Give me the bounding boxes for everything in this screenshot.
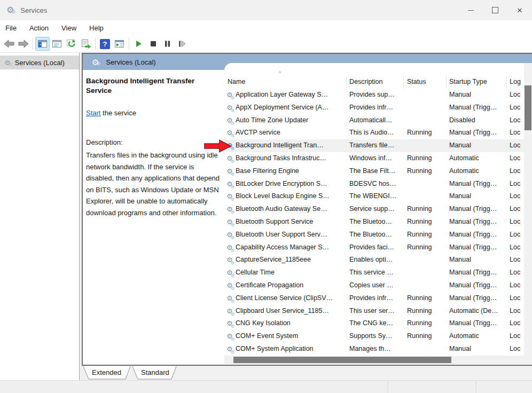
- cell-name: Cellular Time: [236, 266, 345, 279]
- cell-log-on-as: Loc: [510, 139, 524, 152]
- cell-status: Running: [407, 216, 447, 229]
- services-app-icon: ⚙: [6, 6, 14, 14]
- cell-startup-type: Manual: [449, 139, 507, 152]
- cell-log-on-as: Loc: [510, 254, 524, 266]
- column-header-log-on-as[interactable]: Log: [510, 76, 524, 88]
- service-gear-icon: ⚙: [226, 89, 233, 101]
- table-row[interactable]: ⚙ Certificate Propagation Copies user … …: [224, 279, 524, 292]
- table-row[interactable]: ⚙ Bluetooth Support Service The Bluetoo……: [224, 216, 524, 229]
- column-header-status[interactable]: Status: [407, 76, 444, 88]
- service-gear-icon: ⚙: [226, 279, 233, 292]
- column-divider[interactable]: [506, 76, 507, 89]
- resume-service-button[interactable]: [175, 37, 189, 51]
- tab-extended[interactable]: Extended: [92, 368, 121, 376]
- column-divider[interactable]: [403, 76, 404, 89]
- start-service-button[interactable]: [131, 37, 146, 51]
- table-row[interactable]: ⚙ AppX Deployment Service (A… Provides i…: [224, 101, 524, 114]
- annotation-arrow-icon: [204, 139, 232, 153]
- minimize-button[interactable]: [458, 0, 483, 20]
- menu-action[interactable]: Action: [23, 20, 55, 35]
- show-console-tree-button[interactable]: [35, 37, 50, 51]
- help-button[interactable]: [98, 37, 112, 51]
- table-row[interactable]: ⚙ COM+ Event System Supports Sy… Running…: [224, 330, 524, 343]
- service-gear-icon: ⚙: [226, 178, 233, 191]
- cell-description: Provides faci…: [349, 241, 403, 254]
- table-row[interactable]: ⚙ Background Tasks Infrastruc… Windows i…: [224, 152, 524, 165]
- horizontal-scrollbar[interactable]: [224, 356, 524, 364]
- action-pane-icon: [115, 40, 124, 48]
- vertical-scrollbar-thumb[interactable]: [525, 85, 531, 130]
- close-button[interactable]: ✕: [507, 0, 532, 20]
- cell-name: Background Intelligent Tran…: [236, 139, 345, 152]
- cell-status: [407, 139, 447, 152]
- cell-startup-type: Manual (Trigg…: [449, 178, 507, 191]
- maximize-icon: [492, 7, 498, 13]
- table-row[interactable]: ⚙ Bluetooth Audio Gateway Se… Service su…: [224, 203, 524, 216]
- table-row[interactable]: ⚙ Cellular Time This service … Manual (T…: [224, 266, 524, 279]
- table-row[interactable]: ⚙ CaptureService_1185eee Enables opti… M…: [224, 254, 524, 266]
- maximize-button[interactable]: [483, 0, 507, 20]
- vertical-scrollbar[interactable]: [524, 63, 532, 364]
- table-row[interactable]: ⚙ BitLocker Drive Encryption S… BDESVC h…: [224, 178, 524, 191]
- cell-log-on-as: Loc: [510, 114, 524, 127]
- back-icon: [4, 40, 14, 48]
- pause-service-button[interactable]: [160, 37, 175, 51]
- table-row[interactable]: ⚙ Application Layer Gateway S… Provides …: [224, 89, 524, 101]
- column-header-startup-type[interactable]: Startup Type: [449, 76, 503, 88]
- table-row[interactable]: ⚙ Block Level Backup Engine S… The WBENG…: [224, 190, 524, 203]
- forward-button[interactable]: [16, 37, 30, 51]
- menu-file[interactable]: File: [0, 20, 23, 35]
- refresh-button[interactable]: [64, 37, 79, 51]
- cell-description: Service supp…: [349, 203, 403, 216]
- properties-button[interactable]: [50, 37, 64, 51]
- column-divider[interactable]: [346, 76, 347, 89]
- cell-startup-type: Automatic: [449, 330, 507, 343]
- cell-name: CaptureService_1185eee: [236, 254, 345, 266]
- back-button[interactable]: [2, 37, 16, 51]
- table-row[interactable]: ⚙ CNG Key Isolation The CNG ke… Running …: [224, 317, 524, 330]
- cell-log-on-as: Loc: [510, 101, 524, 114]
- results-pane-header-label: Services (Local): [106, 58, 155, 66]
- stop-service-button[interactable]: [146, 37, 160, 51]
- cell-startup-type: Manual (Trigg…: [449, 317, 507, 330]
- table-row[interactable]: ⚙ AVCTP service This is Audio… Running M…: [224, 127, 524, 139]
- table-row[interactable]: ⚙ Bluetooth User Support Serv… The Bluet…: [224, 229, 524, 241]
- menu-help[interactable]: Help: [83, 20, 110, 35]
- table-row[interactable]: ⚙ COM+ System Application Manages th… Ma…: [224, 343, 524, 356]
- services-list: ^ Name Description Status Startup Type L…: [224, 63, 524, 364]
- column-header-description[interactable]: Description: [349, 76, 400, 88]
- tab-standard[interactable]: Standard: [141, 368, 169, 376]
- table-row[interactable]: ⚙ Client License Service (ClipSV… Provid…: [224, 292, 524, 305]
- cell-name: Auto Time Zone Updater: [236, 114, 345, 127]
- horizontal-scrollbar-thumb[interactable]: [233, 357, 451, 363]
- minimize-icon: [468, 10, 474, 11]
- export-list-button[interactable]: [79, 37, 93, 51]
- cell-startup-type: Manual (Trigg…: [449, 216, 507, 229]
- tree-item-services-local[interactable]: ⚙ Services (Local): [0, 56, 79, 69]
- cell-name: AppX Deployment Service (A…: [236, 101, 345, 114]
- cell-description: The Base Filt…: [349, 165, 403, 178]
- cell-log-on-as: Loc: [510, 266, 524, 279]
- toolbar-separator: [33, 38, 33, 50]
- cell-name: Base Filtering Engine: [236, 165, 345, 178]
- show-action-pane-button[interactable]: [112, 37, 127, 51]
- toolbar-separator: [95, 38, 96, 50]
- start-service-link[interactable]: Start: [86, 109, 100, 117]
- table-row[interactable]: ⚙ Background Intelligent Tran… Transfers…: [224, 139, 524, 152]
- table-row[interactable]: ⚙ Capability Access Manager S… Provides …: [224, 241, 524, 254]
- table-row[interactable]: ⚙ Clipboard User Service_1185… This user…: [224, 305, 524, 318]
- cell-status: [407, 343, 447, 356]
- cell-name: Clipboard User Service_1185…: [236, 305, 345, 318]
- column-divider[interactable]: [446, 76, 447, 89]
- cell-startup-type: Manual (Trigg…: [449, 127, 507, 139]
- bottom-strip-divider: [387, 381, 388, 393]
- table-row[interactable]: ⚙ Base Filtering Engine The Base Filt… R…: [224, 165, 524, 178]
- cell-status: [407, 266, 447, 279]
- cell-name: Block Level Backup Engine S…: [236, 190, 345, 203]
- menu-view[interactable]: View: [55, 20, 83, 35]
- table-row[interactable]: ⚙ Auto Time Zone Updater Automaticall… D…: [224, 114, 524, 127]
- column-header-name[interactable]: Name: [228, 76, 334, 88]
- cell-status: Running: [407, 127, 447, 139]
- console-tree-icon: [38, 40, 47, 48]
- cell-name: Certificate Propagation: [236, 279, 345, 292]
